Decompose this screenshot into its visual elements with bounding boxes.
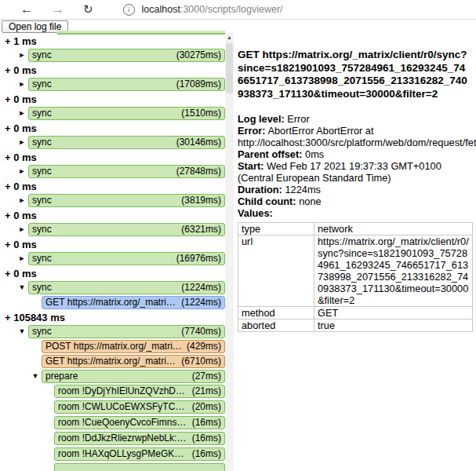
span-duration: (16ms) bbox=[192, 433, 221, 444]
log-span-bar[interactable]: POST https://matrix.org/_matri…(429ms) bbox=[42, 340, 225, 353]
span-duration: (429ms) bbox=[187, 341, 221, 352]
span-duration: (16976ms) bbox=[176, 253, 221, 265]
log-span-row: POST https://matrix.org/_matri…(429ms) bbox=[0, 340, 225, 353]
log-span-bar[interactable]: sync(1510ms) bbox=[28, 107, 225, 120]
span-label: sync bbox=[32, 326, 52, 338]
expand-arrow-icon[interactable]: ► bbox=[16, 252, 28, 265]
tree-scrollbar[interactable]: ▲ bbox=[225, 33, 234, 471]
site-info-icon[interactable]: i bbox=[123, 4, 135, 16]
span-duration: (30146ms) bbox=[176, 137, 221, 148]
reload-icon[interactable]: ↻ bbox=[83, 3, 93, 16]
collapse-arrow-icon[interactable]: ▼ bbox=[16, 281, 28, 294]
url-host: localhost bbox=[142, 4, 180, 15]
log-span-bar[interactable]: sync(30275ms) bbox=[28, 49, 225, 62]
url-path: :3000/scripts/logviewer/ bbox=[180, 4, 283, 15]
expand-arrow-icon[interactable]: ► bbox=[16, 223, 28, 236]
expand-arrow-icon[interactable]: ► bbox=[16, 107, 28, 120]
span-duration: (16ms) bbox=[192, 448, 221, 460]
field-label: Values: bbox=[238, 207, 273, 219]
expand-arrow-icon[interactable]: ► bbox=[16, 194, 28, 207]
values-table-row: methodGET bbox=[238, 307, 473, 319]
log-span-row: room !CWLUCoEWXSFyTC…(20ms) bbox=[0, 400, 225, 414]
expand-arrow-icon[interactable]: ► bbox=[16, 136, 28, 149]
log-span-bar[interactable]: room !DdJkzRliezrwpNebLk:…(16ms) bbox=[54, 432, 225, 445]
field-label: Log level: bbox=[238, 113, 285, 125]
address-bar[interactable]: i localhost:3000/scripts/logviewer/ bbox=[123, 4, 476, 16]
log-span-bar[interactable]: prepare(27ms) bbox=[42, 370, 225, 383]
span-label: sync bbox=[32, 282, 52, 294]
log-span-bar[interactable]: sync(7740ms) bbox=[28, 325, 225, 338]
detail-field: Duration: 1224ms bbox=[238, 184, 471, 195]
span-label: POST https://matrix.org/_matri… bbox=[45, 341, 182, 352]
span-duration: (20ms) bbox=[192, 401, 221, 413]
forward-icon[interactable]: → bbox=[52, 3, 64, 16]
log-tree-panel: + 1 ms►sync(30275ms)+ 0 ms►sync(17089ms)… bbox=[0, 33, 225, 471]
span-duration: (27ms) bbox=[192, 371, 221, 382]
scroll-up-icon[interactable]: ▲ bbox=[225, 33, 234, 42]
log-span-bar[interactable]: sync(30146ms) bbox=[28, 136, 225, 149]
expand-arrow-icon[interactable]: ► bbox=[16, 49, 28, 62]
log-span-row: GET https://matrix.org/_matri…(1224ms) bbox=[0, 296, 225, 309]
log-span-row: ►sync(30146ms) bbox=[0, 136, 225, 149]
span-label: room !HAXqOLLysgPMeGKh… bbox=[58, 448, 189, 460]
span-label: sync bbox=[32, 224, 52, 236]
expand-arrow-icon[interactable]: ► bbox=[16, 78, 28, 91]
gap-label: + 0 ms bbox=[0, 93, 225, 107]
gap-label: + 0 ms bbox=[0, 267, 225, 281]
span-duration: (3819ms) bbox=[181, 195, 221, 206]
field-value: Error bbox=[285, 113, 310, 125]
log-span-bar[interactable]: sync(17089ms) bbox=[28, 78, 225, 91]
log-span-bar[interactable]: room !DyDjYhIElUnZQVzhD…(21ms) bbox=[54, 385, 225, 398]
value-key: method bbox=[238, 307, 314, 319]
values-table: typenetworkurlhttps://matrix.org/_matrix… bbox=[238, 222, 473, 332]
field-value: none bbox=[296, 195, 322, 207]
clipped-log-bar-bottom[interactable] bbox=[54, 463, 225, 471]
log-detail-panel: GET https://matrix.org/_matrix/client/r0… bbox=[238, 49, 471, 332]
log-span-row: ▼sync(1224ms) bbox=[0, 281, 225, 294]
span-label: sync bbox=[32, 166, 52, 177]
scrollbar-thumb[interactable] bbox=[226, 43, 233, 93]
span-duration: (1224ms) bbox=[181, 297, 221, 309]
log-span-row: room !DdJkzRliezrwpNebLk:…(16ms) bbox=[0, 432, 225, 445]
log-span-bar[interactable]: sync(3819ms) bbox=[28, 194, 225, 207]
log-span-bar[interactable]: room !CWLUCoEWXSFyTC…(20ms) bbox=[54, 400, 225, 414]
span-duration: (7740ms) bbox=[181, 326, 221, 338]
log-span-bar[interactable]: room !HAXqOLLysgPMeGKh…(16ms) bbox=[54, 447, 225, 461]
log-span-row: room !CueQoenyCvcoFimnsf…(16ms) bbox=[0, 416, 225, 429]
back-icon[interactable]: ← bbox=[20, 3, 33, 16]
detail-field: Start: Wed Feb 17 2021 19:37:33 GMT+0100… bbox=[238, 160, 471, 184]
values-table-row: abortedtrue bbox=[238, 319, 473, 332]
collapse-arrow-icon[interactable]: ▼ bbox=[29, 370, 42, 383]
log-span-bar[interactable]: GET https://matrix.org/_matri…(6710ms) bbox=[42, 355, 225, 368]
span-label: sync bbox=[32, 78, 52, 90]
log-span-row: ►sync(30275ms) bbox=[0, 49, 225, 62]
log-span-bar[interactable]: sync(27848ms) bbox=[28, 165, 225, 178]
log-span-bar-selected[interactable]: GET https://matrix.org/_matri…(1224ms) bbox=[42, 296, 225, 309]
log-span-bar[interactable]: sync(1224ms) bbox=[28, 281, 225, 294]
log-span-row: ►sync(6321ms) bbox=[0, 223, 225, 236]
collapse-arrow-icon[interactable]: ▼ bbox=[16, 325, 28, 338]
span-duration: (27848ms) bbox=[176, 166, 221, 177]
expand-arrow-icon[interactable]: ► bbox=[16, 165, 28, 178]
field-label: Parent offset: bbox=[238, 148, 302, 160]
value-content: network bbox=[314, 223, 473, 236]
log-span-bar[interactable]: room !CueQoenyCvcoFimnsf…(16ms) bbox=[54, 416, 225, 429]
value-key: type bbox=[238, 223, 314, 236]
gap-label: + 0 ms bbox=[0, 151, 225, 165]
log-span-bar[interactable]: sync(6321ms) bbox=[28, 223, 225, 236]
span-label: sync bbox=[32, 49, 52, 61]
gap-label: + 0 ms bbox=[0, 238, 225, 252]
log-span-row: ►sync(1510ms) bbox=[0, 107, 225, 120]
value-content: GET bbox=[314, 307, 473, 319]
field-value: 0ms bbox=[302, 148, 324, 160]
gap-label: + 0 ms bbox=[0, 122, 225, 136]
detail-field: Parent offset: 0ms bbox=[238, 148, 471, 160]
span-label: room !DyDjYhIElUnZQVzhD… bbox=[58, 385, 185, 397]
log-span-bar[interactable]: sync(16976ms) bbox=[28, 252, 225, 265]
log-span-row: ▼sync(7740ms) bbox=[0, 325, 225, 338]
value-content: true bbox=[314, 319, 473, 332]
span-label: room !CWLUCoEWXSFyTC… bbox=[58, 401, 184, 413]
detail-field: Error: AbortError AbortError at http://l… bbox=[238, 125, 471, 148]
span-duration: (30275ms) bbox=[176, 49, 221, 61]
detail-title: GET https://matrix.org/_matrix/client/r0… bbox=[238, 49, 471, 100]
